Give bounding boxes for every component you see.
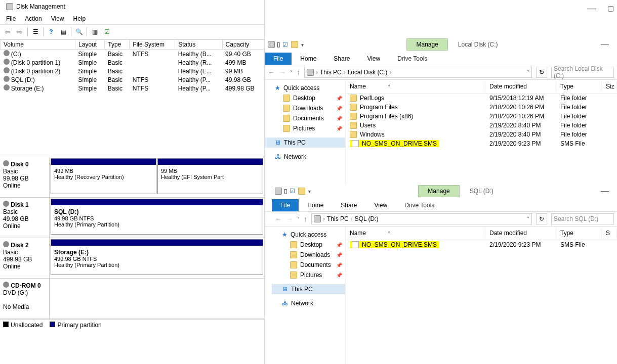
forward-button[interactable]: ⇨: [14, 26, 25, 37]
manage-tab[interactable]: Manage: [406, 38, 447, 51]
search-input[interactable]: Search SQL (D:): [551, 213, 614, 224]
tab-home[interactable]: Home: [292, 53, 325, 65]
menu-action[interactable]: Action: [21, 14, 46, 23]
toolbar-button[interactable]: ▤: [58, 26, 69, 37]
col-type[interactable]: Type: [556, 82, 602, 91]
nav-item[interactable]: Documents📌: [272, 260, 345, 270]
volume-row[interactable]: SQL (D:)SimpleBasicNTFSHealthy (P...49.9…: [1, 75, 264, 84]
nav-network[interactable]: 🖧 Network: [265, 152, 345, 162]
tab-share[interactable]: Share: [325, 53, 358, 65]
tab-file[interactable]: File: [265, 53, 292, 65]
nav-quick-access[interactable]: ★ Quick access: [272, 230, 345, 240]
partition[interactable]: SQL (D:)49.98 GB NTFSHealthy (Primary Pa…: [51, 199, 263, 235]
forward-button[interactable]: →: [286, 215, 293, 223]
nav-pane[interactable]: ★ Quick accessDesktop📌Downloads📌Document…: [265, 80, 346, 184]
tab-view[interactable]: View: [365, 199, 396, 211]
file-row[interactable]: Program Files (x86)2/18/2020 10:26 PMFil…: [346, 112, 617, 121]
back-button[interactable]: ⇦: [2, 26, 13, 37]
partition[interactable]: 99 MBHealthy (EFI System Part: [157, 158, 263, 194]
tab-view[interactable]: View: [358, 53, 389, 65]
nav-this-pc[interactable]: 🖥 This PC: [265, 138, 345, 148]
dropdown-icon[interactable]: ˅: [527, 70, 529, 75]
nav-item[interactable]: Downloads📌: [272, 250, 345, 260]
minimize-icon[interactable]: —: [601, 187, 609, 196]
col-name[interactable]: Name ˄: [346, 82, 485, 91]
nav-item[interactable]: Pictures📌: [272, 270, 345, 280]
nav-item[interactable]: Downloads📌: [265, 103, 345, 113]
refresh-button[interactable]: ↻: [536, 213, 547, 224]
back-button[interactable]: ←: [275, 215, 282, 223]
history-dropdown[interactable]: ˅: [290, 70, 293, 75]
menu-view[interactable]: View: [47, 14, 68, 23]
menubar[interactable]: File Action View Help: [0, 13, 264, 24]
col-header[interactable]: File System: [130, 40, 175, 50]
col-size[interactable]: Siz: [602, 82, 617, 91]
forward-button[interactable]: →: [279, 68, 286, 76]
file-row[interactable]: Users2/19/2020 8:40 PMFile folder: [346, 121, 617, 130]
col-header[interactable]: Layout: [75, 40, 105, 50]
up-button[interactable]: ↑: [297, 68, 300, 76]
nav-quick-access[interactable]: ★ Quick access: [265, 83, 345, 93]
manage-tab[interactable]: Manage: [418, 185, 459, 197]
nav-network[interactable]: 🖧 Network: [272, 298, 345, 308]
toolbar-button[interactable]: ☰: [30, 26, 41, 37]
dropdown-icon[interactable]: ˅: [527, 216, 529, 222]
toolbar-button[interactable]: ☑: [101, 26, 112, 37]
tab-drive-tools[interactable]: Drive Tools: [389, 53, 436, 65]
folder-icon: [283, 95, 290, 102]
volume-list[interactable]: VolumeLayoutTypeFile SystemStatusCapacit…: [0, 39, 264, 157]
nav-item[interactable]: Desktop📌: [265, 93, 345, 103]
col-type[interactable]: Type: [556, 229, 602, 238]
toolbar-button[interactable]: 🔍: [73, 26, 85, 37]
col-name[interactable]: Name ˄: [346, 229, 485, 238]
partition[interactable]: Storage (E:)499.98 GB NTFSHealthy (Prima…: [51, 239, 263, 275]
volume-row[interactable]: (Disk 0 partition 1)SimpleBasicHealthy (…: [1, 58, 264, 67]
col-header[interactable]: Capacity: [222, 40, 264, 50]
file-row[interactable]: PerfLogs9/15/2018 12:19 AMFile folder: [346, 94, 617, 103]
partition[interactable]: 499 MBHealthy (Recovery Partition): [51, 158, 156, 194]
crumb-this-pc[interactable]: This PC: [320, 69, 342, 76]
crumb-this-pc[interactable]: This PC: [327, 215, 349, 222]
file-list[interactable]: Name ˄Date modifiedTypeS NO_SMS_ON_DRIVE…: [346, 226, 617, 364]
file-row[interactable]: NO_SMS_ON_DRIVE.SMS2/19/2020 9:23 PMSMS …: [346, 240, 617, 249]
file-row[interactable]: Program Files2/18/2020 10:26 PMFile fold…: [346, 103, 617, 112]
breadcrumb[interactable]: › This PC › Local Disk (C:) › ˅: [304, 67, 532, 78]
back-button[interactable]: ←: [268, 68, 275, 76]
up-button[interactable]: ↑: [304, 215, 307, 223]
tab-home[interactable]: Home: [299, 199, 332, 211]
nav-item[interactable]: Documents📌: [265, 113, 345, 123]
nav-item[interactable]: Desktop📌: [272, 240, 345, 250]
history-dropdown[interactable]: ˅: [297, 216, 300, 222]
maximize-icon[interactable]: ▢: [607, 4, 614, 12]
nav-pane[interactable]: ★ Quick accessDesktop📌Downloads📌Document…: [265, 226, 346, 364]
file-row[interactable]: Windows2/19/2020 8:40 PMFile folder: [346, 130, 617, 139]
tab-drive-tools[interactable]: Drive Tools: [396, 199, 443, 211]
col-header[interactable]: Status: [175, 40, 222, 50]
file-list[interactable]: Name ˄Date modifiedTypeSiz PerfLogs9/15/…: [346, 80, 617, 184]
col-size[interactable]: S: [602, 229, 617, 238]
menu-file[interactable]: File: [2, 14, 20, 23]
volume-row[interactable]: (Disk 0 partition 2)SimpleBasicHealthy (…: [1, 67, 264, 75]
search-input[interactable]: Search Local Disk (C:): [551, 67, 614, 78]
disk-icon: [3, 241, 9, 247]
breadcrumb[interactable]: › This PC › SQL (D:) ˅: [311, 213, 532, 224]
crumb-location[interactable]: SQL (D:): [355, 215, 379, 222]
col-header[interactable]: Volume: [1, 40, 75, 50]
volume-row[interactable]: Storage (E:)SimpleBasicNTFSHealthy (P...…: [1, 84, 264, 93]
minimize-icon[interactable]: —: [601, 40, 609, 49]
volume-row[interactable]: (C:)SimpleBasicNTFSHealthy (B...99.40 GB: [1, 50, 264, 59]
col-date[interactable]: Date modified: [485, 82, 556, 91]
nav-this-pc[interactable]: 🖥 This PC: [272, 284, 345, 294]
toolbar-button[interactable]: ▥: [89, 26, 100, 37]
col-header[interactable]: Type: [105, 40, 130, 50]
refresh-button[interactable]: ↻: [536, 67, 547, 78]
crumb-location[interactable]: Local Disk (C:): [348, 69, 388, 76]
nav-item[interactable]: Pictures📌: [265, 123, 345, 133]
menu-help[interactable]: Help: [69, 14, 90, 23]
file-row[interactable]: NO_SMS_ON_DRIVE.SMS2/19/2020 9:23 PMSMS …: [346, 139, 617, 148]
tab-share[interactable]: Share: [332, 199, 365, 211]
tab-file[interactable]: File: [272, 199, 299, 211]
minimize-icon[interactable]: —: [587, 3, 602, 14]
col-date[interactable]: Date modified: [485, 229, 556, 238]
help-button[interactable]: ?: [46, 26, 57, 37]
